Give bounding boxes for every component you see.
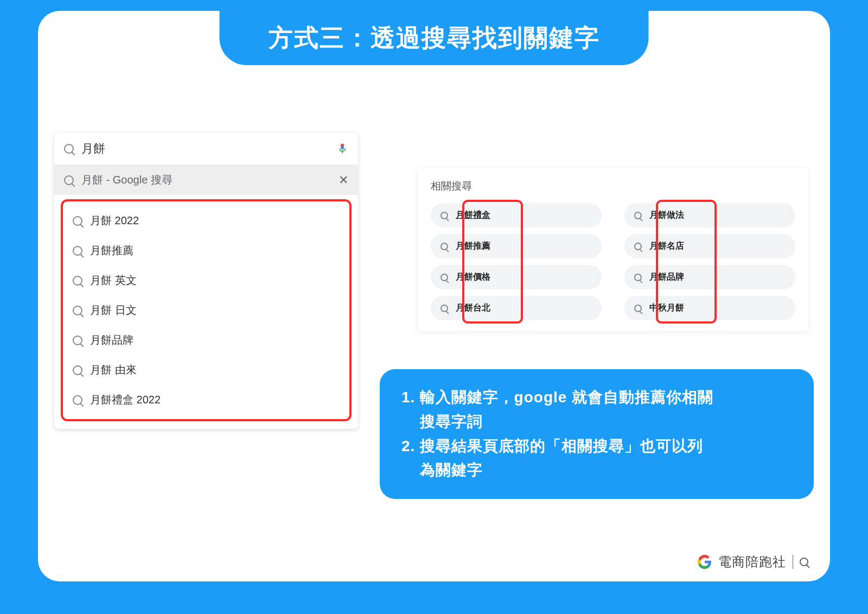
suggestion-item[interactable]: 月餅禮盒 2022 — [63, 385, 349, 415]
related-chip[interactable]: 月餅禮盒 — [431, 203, 602, 227]
brand-text: 電商陪跑社 — [718, 553, 786, 571]
search-icon — [441, 212, 448, 219]
search-icon — [73, 336, 82, 345]
related-col-2: 月餅做法 月餅名店 月餅品牌 中秋月餅 — [624, 203, 795, 320]
suggestion-item[interactable]: 月餅 英文 — [63, 265, 349, 295]
related-chip[interactable]: 中秋月餅 — [624, 296, 795, 320]
google-logo-icon — [698, 555, 712, 569]
search-icon — [441, 305, 448, 312]
related-chip[interactable]: 月餅名店 — [624, 234, 795, 258]
search-icon — [441, 274, 448, 281]
first-result-text: 月餅 - Google 搜尋 — [81, 173, 339, 187]
search-icon — [64, 175, 74, 185]
search-icon — [73, 216, 82, 226]
search-icon — [441, 243, 448, 250]
search-input-row[interactable]: 月餅 — [54, 133, 358, 165]
related-chip[interactable]: 月餅價格 — [431, 265, 602, 289]
search-query-text: 月餅 — [81, 141, 336, 157]
search-icon — [73, 246, 82, 256]
search-icon — [73, 306, 82, 315]
tip-1: 1.輸入關鍵字，google 就會自動推薦你相關 搜尋字詞 — [401, 385, 792, 434]
suggestion-item[interactable]: 月餅 由來 — [63, 355, 349, 385]
search-icon — [64, 144, 74, 154]
related-searches-panel: 相關搜尋 月餅禮盒 月餅推薦 月餅價格 月餅台北 月餅做法 月餅名店 月餅品牌 … — [418, 168, 808, 331]
tip-2: 2.搜尋結果頁底部的「相關搜尋」也可以列 為關鍵字 — [401, 434, 792, 483]
search-icon — [634, 243, 642, 250]
footer-divider — [793, 555, 793, 569]
search-icon — [634, 212, 642, 219]
search-first-result[interactable]: 月餅 - Google 搜尋 ✕ — [54, 165, 358, 195]
close-icon[interactable]: ✕ — [339, 173, 348, 187]
search-icon — [634, 305, 642, 312]
suggestion-item[interactable]: 月餅推薦 — [63, 236, 349, 265]
related-chip[interactable]: 月餅做法 — [624, 203, 795, 227]
search-icon — [73, 276, 82, 286]
slide-title: 方式三：透過搜尋找到關鍵字 — [220, 11, 649, 65]
tips-callout: 1.輸入關鍵字，google 就會自動推薦你相關 搜尋字詞 2.搜尋結果頁底部的… — [380, 369, 814, 499]
microphone-icon[interactable] — [336, 143, 348, 155]
search-icon — [800, 558, 808, 566]
related-chip[interactable]: 月餅台北 — [431, 296, 602, 320]
search-icon — [73, 365, 82, 375]
search-icon — [73, 395, 82, 405]
related-col-1: 月餅禮盒 月餅推薦 月餅價格 月餅台北 — [431, 203, 602, 320]
related-chip[interactable]: 月餅品牌 — [624, 265, 795, 289]
google-search-autocomplete: 月餅 月餅 - Google 搜尋 ✕ 月餅 2022 月餅推薦 月餅 英文 月… — [54, 133, 358, 429]
search-icon — [634, 274, 642, 281]
suggestion-item[interactable]: 月餅 2022 — [63, 206, 349, 236]
suggestion-item[interactable]: 月餅品牌 — [63, 325, 349, 355]
related-chip[interactable]: 月餅推薦 — [431, 234, 602, 258]
autocomplete-suggestions-highlight: 月餅 2022 月餅推薦 月餅 英文 月餅 日文 月餅品牌 月餅 由來 月餅禮盒… — [61, 199, 352, 421]
suggestion-item[interactable]: 月餅 日文 — [63, 295, 349, 325]
footer: 電商陪跑社 — [698, 553, 808, 571]
related-heading: 相關搜尋 — [431, 179, 795, 193]
